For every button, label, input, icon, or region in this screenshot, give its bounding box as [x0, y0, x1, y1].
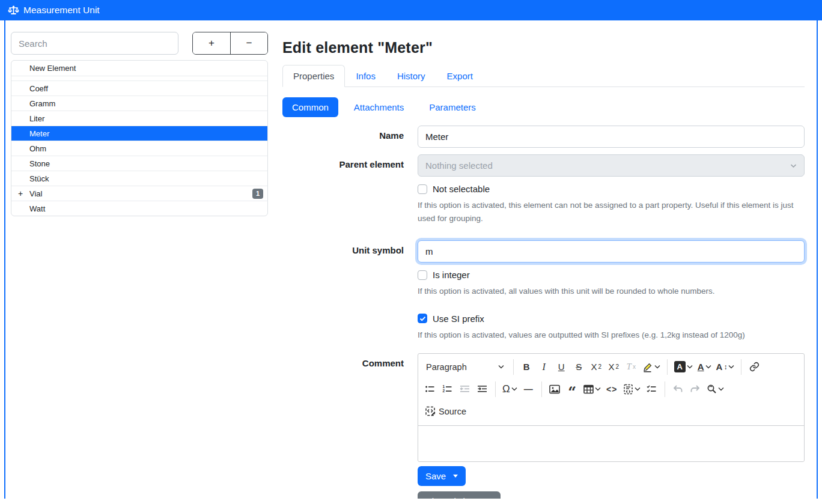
block-quote-button[interactable]: “ [564, 380, 581, 398]
superscript-button[interactable]: X2 [605, 358, 623, 376]
chevron-down-icon [511, 387, 517, 391]
is-integer-label[interactable]: Is integer [433, 270, 470, 280]
chevron-down-icon [718, 387, 724, 391]
italic-button[interactable]: I [535, 358, 553, 376]
subtab-attachments[interactable]: Attachments [344, 97, 413, 117]
tree-separator [11, 76, 267, 80]
subtab-common[interactable]: Common [282, 97, 338, 117]
name-field[interactable] [418, 126, 805, 148]
undo-icon [672, 384, 683, 393]
tree-item-ohm[interactable]: Ohm [11, 141, 267, 156]
use-si-prefix-help: If this option is activated, values are … [418, 329, 805, 342]
font-color-dropdown[interactable]: A [695, 358, 714, 376]
not-selectable-checkbox[interactable] [418, 184, 427, 194]
highlight-dropdown[interactable] [640, 358, 663, 376]
chevron-down-icon [595, 387, 601, 391]
code-block-dropdown[interactable] [621, 380, 643, 398]
comment-label: Comment [282, 353, 404, 499]
balance-scale-icon [8, 5, 19, 16]
special-characters-dropdown[interactable]: Ω [500, 380, 520, 398]
app-brand[interactable]: Measurement Unit [8, 5, 100, 16]
underline-button[interactable]: U [553, 358, 570, 376]
tree-item-new-element[interactable]: New Element [11, 61, 267, 76]
tree-item-liter[interactable]: Liter [11, 111, 267, 126]
insert-image-button[interactable] [546, 380, 564, 398]
svg-text:2: 2 [443, 389, 445, 393]
tab-export[interactable]: Export [436, 65, 484, 87]
numbered-list-button[interactable]: 1 2 [439, 380, 456, 398]
strikethrough-button[interactable]: S [570, 358, 588, 376]
chevron-down-icon [498, 365, 504, 369]
bulleted-list-icon [425, 384, 435, 394]
comment-rich-text-editor: Paragraph B I U S X2 [418, 353, 805, 462]
use-si-prefix-label[interactable]: Use SI prefix [433, 314, 484, 324]
caret-down-icon[interactable] [453, 475, 458, 478]
main-panel: Edit element "Meter" Properties Infos Hi… [268, 32, 811, 499]
discard-changes-button[interactable]: Discard changes [418, 491, 501, 499]
editor-toolbar: Paragraph B I U S X2 [418, 354, 804, 426]
parent-element-select[interactable]: Nothing selected [418, 154, 805, 177]
bulleted-list-button[interactable] [421, 380, 439, 398]
redo-button[interactable] [687, 380, 704, 398]
source-editing-button[interactable]: Source [421, 402, 470, 421]
name-label: Name [282, 126, 404, 148]
not-selectable-label[interactable]: Not selectable [433, 184, 490, 194]
undo-button[interactable] [669, 380, 687, 398]
app-title: Measurement Unit [23, 5, 100, 16]
inline-code-button[interactable]: <> [603, 380, 621, 398]
redo-icon [690, 384, 701, 393]
link-button[interactable] [746, 358, 763, 376]
tree-size-button-group: + − [192, 32, 268, 55]
remove-format-button[interactable]: Tx [623, 358, 640, 376]
search-input[interactable] [11, 32, 178, 55]
unit-symbol-field[interactable] [418, 240, 805, 263]
image-icon [549, 384, 560, 394]
tree-item-stone[interactable]: Stone [11, 156, 267, 171]
save-button[interactable]: Save [418, 466, 466, 486]
highlighter-icon [642, 362, 653, 372]
page-title: Edit element "Meter" [282, 39, 805, 56]
tree-item-watt[interactable]: Watt [11, 201, 267, 216]
outdent-icon [460, 384, 470, 394]
collapse-tree-button[interactable]: − [230, 32, 267, 54]
chevron-down-icon [635, 387, 641, 391]
comment-edit-area[interactable] [418, 426, 804, 461]
todo-list-button[interactable] [643, 380, 660, 398]
link-icon [749, 362, 760, 372]
numbered-list-icon: 1 2 [442, 384, 452, 394]
font-size-dropdown[interactable]: A↕ [714, 358, 737, 376]
indent-icon [477, 384, 487, 394]
find-replace-icon [707, 384, 717, 394]
outdent-button[interactable] [456, 380, 473, 398]
sidebar: + − New Element Coeff Gramm Liter Meter … [11, 32, 268, 499]
page-frame: + − New Element Coeff Gramm Liter Meter … [4, 20, 818, 499]
indent-button[interactable] [473, 380, 491, 398]
tab-infos[interactable]: Infos [345, 65, 386, 87]
tree-item-meter-selected[interactable]: Meter [11, 126, 267, 141]
child-count-badge: 1 [252, 189, 263, 199]
subscript-button[interactable]: X2 [588, 358, 605, 376]
sub-tab-bar: Common Attachments Parameters [282, 97, 805, 117]
tab-bar: Properties Infos History Export [282, 65, 805, 87]
subtab-parameters[interactable]: Parameters [419, 97, 486, 117]
tab-history[interactable]: History [386, 65, 436, 87]
font-background-color-dropdown[interactable]: A [672, 358, 695, 376]
todo-list-icon [647, 384, 657, 394]
find-and-replace-dropdown[interactable] [704, 380, 726, 398]
heading-dropdown[interactable]: Paragraph [421, 358, 509, 376]
insert-table-dropdown[interactable] [581, 380, 603, 398]
chevron-down-icon [687, 365, 693, 369]
tree-item-coeff[interactable]: Coeff [11, 80, 267, 96]
is-integer-checkbox[interactable] [418, 270, 427, 280]
tree-item-stueck[interactable]: Stück [11, 171, 267, 186]
horizontal-line-button[interactable]: — [520, 380, 537, 398]
tree-item-gramm[interactable]: Gramm [11, 96, 267, 111]
parent-element-label: Parent element [282, 154, 404, 240]
expand-node-icon[interactable]: + [18, 189, 23, 198]
top-navbar: Measurement Unit [0, 0, 822, 20]
expand-tree-button[interactable]: + [193, 32, 230, 54]
tree-item-vial[interactable]: + Vial 1 [11, 186, 267, 201]
tab-properties[interactable]: Properties [282, 65, 345, 87]
use-si-prefix-checkbox[interactable] [418, 314, 427, 323]
bold-button[interactable]: B [518, 358, 535, 376]
